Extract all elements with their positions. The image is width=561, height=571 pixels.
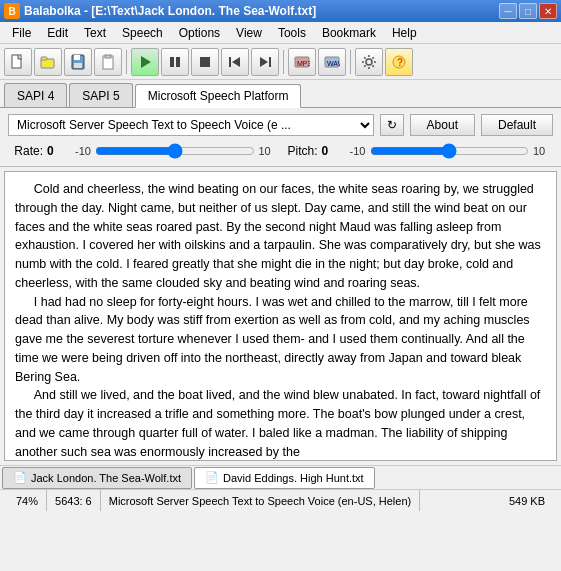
doc-tab-icon-1: 📄	[13, 471, 27, 484]
svg-text:WAV: WAV	[327, 60, 340, 67]
doc-tab-label-1: Jack London. The Sea-Wolf.txt	[31, 472, 181, 484]
pitch-value: 0	[322, 144, 342, 158]
menu-bookmark[interactable]: Bookmark	[314, 23, 384, 43]
position-status: 5643: 6	[47, 490, 101, 511]
pitch-group: Pitch: 0 -10 10	[283, 142, 554, 160]
svg-rect-9	[170, 57, 174, 67]
doc-tab-icon-2: 📄	[205, 471, 219, 484]
svg-marker-8	[141, 56, 151, 68]
voice-select-row: Microsoft Server Speech Text to Speech V…	[8, 114, 553, 136]
menu-edit[interactable]: Edit	[39, 23, 76, 43]
play-button[interactable]	[131, 48, 159, 76]
rate-slider[interactable]	[95, 142, 255, 160]
status-bar: 74% 5643: 6 Microsoft Server Speech Text…	[0, 489, 561, 511]
document-tabs: 📄 Jack London. The Sea-Wolf.txt 📄 David …	[0, 465, 561, 489]
doc-tab-1[interactable]: 📄 Jack London. The Sea-Wolf.txt	[2, 467, 192, 489]
menu-file[interactable]: File	[4, 23, 39, 43]
refresh-button[interactable]: ↻	[380, 114, 404, 136]
svg-rect-12	[229, 57, 231, 67]
toolbar-sep-3	[350, 50, 351, 74]
clipboard-button[interactable]	[94, 48, 122, 76]
rate-label: Rate:	[8, 144, 43, 158]
stop-button[interactable]	[191, 48, 219, 76]
about-button[interactable]: About	[410, 114, 475, 136]
pitch-label: Pitch:	[283, 144, 318, 158]
prev-button[interactable]	[221, 48, 249, 76]
new-button[interactable]	[4, 48, 32, 76]
menu-options[interactable]: Options	[171, 23, 228, 43]
menu-tools[interactable]: Tools	[270, 23, 314, 43]
slider-row: Rate: 0 -10 10 Pitch: 0 -10 10	[8, 142, 553, 160]
svg-rect-2	[41, 57, 47, 60]
title-bar-controls: ─ □ ✕	[499, 3, 557, 19]
svg-rect-10	[176, 57, 180, 67]
window-title: Balabolka - [E:\Text\Jack London. The Se…	[24, 4, 316, 18]
pitch-min: -10	[346, 145, 366, 157]
pause-button[interactable]	[161, 48, 189, 76]
maximize-button[interactable]: □	[519, 3, 537, 19]
menu-bar: File Edit Text Speech Options View Tools…	[0, 22, 561, 44]
help-button[interactable]: ?	[385, 48, 413, 76]
title-bar: B Balabolka - [E:\Text\Jack London. The …	[0, 0, 561, 22]
main-text-area[interactable]: Cold and cheerless, the wind beating on …	[4, 171, 557, 461]
voice-select[interactable]: Microsoft Server Speech Text to Speech V…	[8, 114, 374, 136]
tab-sapi4[interactable]: SAPI 4	[4, 83, 67, 107]
export2-button[interactable]: WAV	[318, 48, 346, 76]
close-button[interactable]: ✕	[539, 3, 557, 19]
save-button[interactable]	[64, 48, 92, 76]
toolbar-sep-2	[283, 50, 284, 74]
voice-panel: Microsoft Server Speech Text to Speech V…	[0, 108, 561, 167]
pitch-max: 10	[533, 145, 553, 157]
app-icon: B	[4, 3, 20, 19]
svg-point-20	[366, 59, 372, 65]
rate-min: -10	[71, 145, 91, 157]
export1-button[interactable]: MP3	[288, 48, 316, 76]
tab-msp[interactable]: Microsoft Speech Platform	[135, 84, 302, 108]
tab-sapi5[interactable]: SAPI 5	[69, 83, 132, 107]
svg-marker-15	[260, 57, 268, 67]
toolbar: MP3 WAV ?	[0, 44, 561, 80]
rate-group: Rate: 0 -10 10	[8, 142, 279, 160]
size-status: 549 KB	[501, 490, 553, 511]
menu-view[interactable]: View	[228, 23, 270, 43]
svg-rect-11	[200, 57, 210, 67]
text-content: Cold and cheerless, the wind beating on …	[15, 180, 546, 461]
open-button[interactable]	[34, 48, 62, 76]
menu-speech[interactable]: Speech	[114, 23, 171, 43]
voice-tab-bar: SAPI 4 SAPI 5 Microsoft Speech Platform	[0, 80, 561, 108]
next-button[interactable]	[251, 48, 279, 76]
default-button[interactable]: Default	[481, 114, 553, 136]
svg-rect-4	[74, 55, 80, 60]
settings-button[interactable]	[355, 48, 383, 76]
svg-rect-14	[269, 57, 271, 67]
svg-marker-13	[232, 57, 240, 67]
svg-rect-5	[74, 63, 82, 68]
zoom-status: 74%	[8, 490, 47, 511]
toolbar-sep-1	[126, 50, 127, 74]
minimize-button[interactable]: ─	[499, 3, 517, 19]
doc-tab-2[interactable]: 📄 David Eddings. High Hunt.txt	[194, 467, 375, 489]
rate-value: 0	[47, 144, 67, 158]
menu-text[interactable]: Text	[76, 23, 114, 43]
menu-help[interactable]: Help	[384, 23, 425, 43]
svg-text:MP3: MP3	[297, 60, 310, 67]
title-bar-left: B Balabolka - [E:\Text\Jack London. The …	[4, 3, 316, 19]
svg-rect-7	[105, 55, 111, 58]
voice-status: Microsoft Server Speech Text to Speech V…	[101, 490, 420, 511]
pitch-slider[interactable]	[370, 142, 530, 160]
rate-max: 10	[259, 145, 279, 157]
svg-text:?: ?	[397, 57, 403, 68]
doc-tab-label-2: David Eddings. High Hunt.txt	[223, 472, 364, 484]
